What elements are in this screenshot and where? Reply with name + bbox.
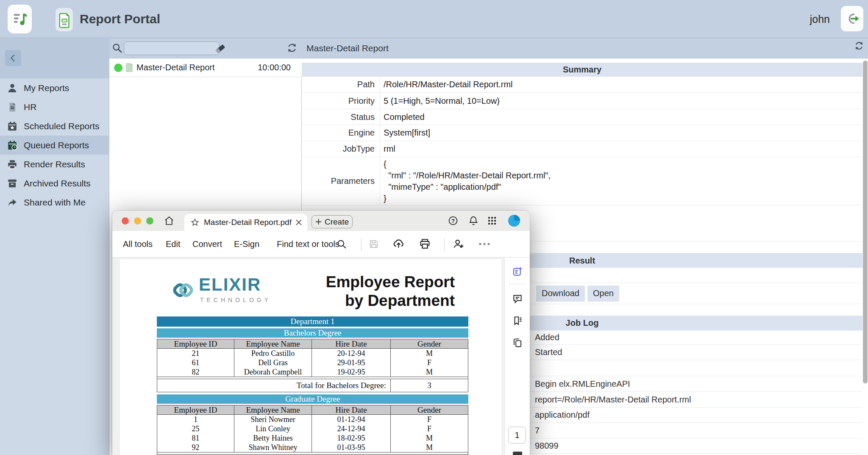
vertical-scrollbar[interactable] [863, 61, 868, 383]
pdf-viewer-window: Master-Detail Report.pdf Create ? [112, 211, 530, 455]
cell: M [391, 367, 468, 377]
menu-esign[interactable]: E-Sign [234, 231, 259, 257]
chevron-left-icon [8, 53, 18, 63]
cell: M [391, 433, 468, 443]
summary-value: rml [380, 141, 862, 157]
col-employee-name: Employee Name [234, 339, 312, 348]
open-button[interactable]: Open [587, 286, 619, 302]
clear-search-icon[interactable] [214, 42, 226, 54]
section-header-bachelors: Bachelors Degree [157, 328, 468, 338]
cell: Deborah Campbell [234, 367, 312, 377]
bookmarks-icon[interactable] [512, 315, 523, 326]
table-row: 25 Lin Conley 24-12-94 F [157, 424, 468, 433]
pdf-page: ELIXIR TECHNOLOGY Employee Report by Dep… [120, 259, 501, 455]
upload-cloud-icon[interactable] [392, 238, 405, 250]
cell: 01-03-95 [312, 443, 391, 452]
summary-row-engine: Engine System[first] [302, 125, 862, 141]
cell: Dell Gras [234, 358, 312, 367]
user-icon [7, 83, 18, 94]
sidebar-item-my-reports[interactable]: My Reports [0, 78, 109, 97]
summary-value: 5 (1=High, 5=Normal, 10=Low) [380, 93, 862, 109]
download-button[interactable]: Download [536, 286, 585, 302]
pages-icon[interactable] [512, 337, 523, 348]
log-text: 7 [535, 426, 540, 436]
create-button[interactable]: Create [312, 215, 353, 228]
sidebar-item-hr[interactable]: HR [0, 97, 109, 117]
calendar-clock-icon [7, 140, 18, 151]
summary-row-priority: Priority 5 (1=High, 5=Normal, 10=Low) [302, 93, 862, 109]
section-header-graduate: Graduate Degree [157, 394, 468, 404]
cell: F [391, 415, 468, 424]
sidebar-item-label: My Reports [24, 83, 69, 93]
log-text: Added [535, 333, 559, 342]
cell: Shawn Whitney [234, 443, 312, 452]
report-list-toolbar [109, 38, 302, 58]
log-text: Begin elx.RMLEngineAPI [535, 379, 630, 389]
notifications-bell-icon[interactable] [468, 215, 479, 226]
refresh-list-icon[interactable] [286, 42, 298, 54]
close-tab-icon[interactable] [295, 219, 302, 226]
share-arrow-icon [7, 197, 18, 208]
menu-all-tools[interactable]: All tools [123, 231, 153, 257]
report-list-item[interactable]: Master-Detail Report 10:00:00 [109, 58, 302, 77]
summary-value: System[first] [380, 125, 862, 141]
sidebar-item-queued-reports[interactable]: Queued Reports [0, 136, 109, 155]
comments-icon[interactable] [512, 293, 523, 304]
more-options-icon[interactable] [479, 241, 490, 247]
request-signatures-icon[interactable] [452, 238, 465, 250]
report-app-icon[interactable] [56, 8, 73, 31]
sidebar-item-render-results[interactable]: Render Results [0, 155, 109, 174]
side-rail-divider [509, 284, 526, 284]
cell: 20-12-94 [312, 349, 391, 358]
cell: 92 [157, 443, 234, 452]
sidebar-item-archived-results[interactable]: Archived Results [0, 174, 109, 193]
svg-text:?: ? [451, 218, 455, 224]
page-title: Report Portal [80, 0, 160, 38]
pdf-document-tab[interactable]: Master-Detail Report.pdf [184, 214, 307, 231]
ai-assistant-icon[interactable] [512, 266, 523, 277]
current-user: john [810, 0, 830, 38]
apps-grid-icon[interactable] [487, 216, 497, 226]
zoom-window-button[interactable] [146, 217, 153, 225]
document-title-line1: Employee Report [326, 273, 455, 291]
page-number-box[interactable]: 1 [508, 427, 526, 444]
detail-header-bar: Master-Detail Report [302, 38, 868, 58]
cell: Sheri Nowmer [234, 415, 312, 424]
menu-convert[interactable]: Convert [192, 231, 222, 257]
cell: 24-12-94 [312, 424, 391, 433]
log-text: report=/Role/HR/Master-Detail Report.rml [535, 395, 691, 405]
plus-icon [315, 219, 322, 225]
sidebar-item-shared-with-me[interactable]: Shared with Me [0, 193, 109, 212]
summary-value: Completed [380, 109, 862, 125]
find-text-label[interactable]: Find text or tools [277, 231, 339, 257]
archive-box-icon [7, 178, 18, 189]
employee-table: Department 1 Bachelors Degree Employee I… [157, 316, 468, 455]
home-icon[interactable] [164, 215, 175, 226]
star-icon[interactable] [190, 218, 200, 227]
print-icon[interactable] [419, 238, 431, 250]
close-window-button[interactable] [122, 217, 129, 225]
search-input[interactable] [124, 42, 220, 55]
logout-button[interactable] [841, 6, 863, 31]
find-search-icon[interactable] [336, 239, 347, 250]
bachelors-rows: 21 Pedro Castillo 20-12-94 M 61 Dell Gra… [157, 349, 468, 377]
minimize-window-button[interactable] [134, 217, 141, 225]
sidebar-header [0, 38, 109, 78]
summary-row-status: Status Completed [302, 109, 862, 125]
sidebar-item-scheduled-reports[interactable]: Scheduled Reports [0, 117, 109, 136]
cell: M [391, 443, 468, 452]
menu-edit[interactable]: Edit [166, 231, 180, 257]
table-row: 81 Betty Haines 18-02-95 M [157, 433, 468, 443]
sidebar-item-label: Archived Results [24, 178, 91, 189]
cell: 01-12-94 [312, 415, 391, 424]
pdf-window-titlebar[interactable]: Master-Detail Report.pdf Create ? [112, 211, 530, 231]
log-text: Started [535, 347, 562, 357]
help-icon[interactable]: ? [448, 215, 459, 226]
document-title-line2: by Department [326, 291, 455, 310]
cell: 81 [157, 433, 234, 443]
table-row: 21 Pedro Castillo 20-12-94 M [157, 349, 468, 358]
portal-logo[interactable] [8, 5, 32, 33]
avatar[interactable] [508, 215, 520, 227]
refresh-detail-icon[interactable] [854, 40, 865, 51]
sidebar-collapse-button[interactable] [5, 50, 21, 66]
